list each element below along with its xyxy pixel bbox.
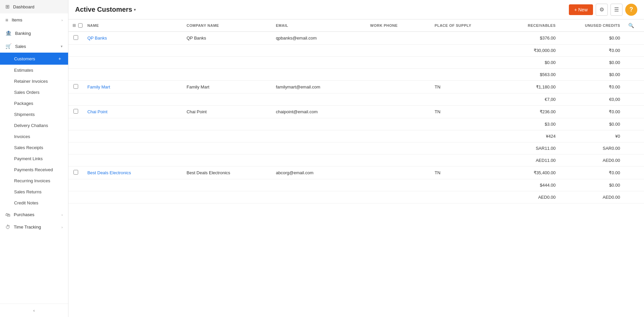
customer-name-link[interactable]: QP Banks bbox=[87, 36, 107, 41]
sidebar-item-banking[interactable]: 🏦 Banking bbox=[0, 26, 68, 40]
empty-cell bbox=[182, 69, 272, 81]
empty-cell bbox=[272, 142, 366, 154]
sidebar-item-payment-links[interactable]: Payment Links bbox=[0, 153, 68, 164]
empty-cell bbox=[68, 57, 83, 69]
row-select-checkbox[interactable] bbox=[73, 109, 78, 114]
credits-sub-cell: ¥0 bbox=[559, 130, 624, 142]
email-cell: qpbanks@email.com bbox=[272, 32, 366, 45]
row-search-cell bbox=[624, 167, 644, 179]
receivables-cell: ₹236.00 bbox=[490, 106, 559, 118]
empty-cell bbox=[431, 118, 490, 130]
sidebar-item-retainer-invoices[interactable]: Retainer Invoices bbox=[0, 76, 68, 87]
new-button[interactable]: + New bbox=[569, 4, 593, 15]
credits-cell: ₹0.00 bbox=[559, 81, 624, 93]
row-search-cell bbox=[624, 142, 644, 154]
sidebar-purchases-section[interactable]: 🛍 Purchases › bbox=[0, 208, 68, 221]
sidebar-item-credit-notes[interactable]: Credit Notes bbox=[0, 197, 68, 208]
row-search-cell bbox=[624, 191, 644, 203]
col-header-phone: WORK PHONE bbox=[366, 19, 431, 32]
empty-cell bbox=[431, 57, 490, 69]
col-header-supply: PLACE OF SUPPLY bbox=[431, 19, 490, 32]
row-select-checkbox[interactable] bbox=[73, 84, 78, 89]
table-row: Chai PointChai Pointchaipoint@email.comT… bbox=[68, 106, 644, 118]
settings-button[interactable]: ⚙ bbox=[596, 4, 608, 16]
customer-table-container: ⊞ NAME COMPANY NAME EMAIL WORK PHONE PLA… bbox=[68, 19, 644, 317]
page-title-area: Active Customers ▾ bbox=[75, 6, 569, 13]
empty-cell bbox=[366, 130, 431, 142]
sales-chevron-icon: ▾ bbox=[61, 44, 63, 49]
sidebar-item-items[interactable]: ≡ Items › bbox=[0, 13, 68, 26]
empty-cell bbox=[182, 154, 272, 167]
empty-cell bbox=[272, 154, 366, 167]
company-cell: Best Deals Electronics bbox=[182, 167, 272, 179]
empty-cell bbox=[431, 93, 490, 106]
empty-cell bbox=[68, 142, 83, 154]
search-icon[interactable]: 🔍 bbox=[628, 23, 634, 28]
empty-cell bbox=[272, 57, 366, 69]
table-row: Family MartFamily Martfamilymart@email.c… bbox=[68, 81, 644, 93]
credits-cell: ₹0.00 bbox=[559, 106, 624, 118]
help-button[interactable]: ? bbox=[625, 4, 637, 16]
sidebar-item-dashboard[interactable]: ⊞ Dashboard bbox=[0, 0, 68, 13]
sidebar-label-items: Items bbox=[12, 17, 22, 22]
supply-cell: TN bbox=[431, 106, 490, 118]
empty-cell bbox=[68, 118, 83, 130]
add-customer-btn[interactable]: + bbox=[57, 56, 63, 62]
table-row: $444.00$0.00 bbox=[68, 179, 644, 191]
sidebar-sales-section[interactable]: 🛒 Sales ▾ bbox=[0, 40, 68, 53]
sidebar-item-sales-receipts[interactable]: Sales Receipts bbox=[0, 142, 68, 153]
empty-cell bbox=[366, 154, 431, 167]
settings-icon: ⚙ bbox=[599, 6, 604, 13]
sidebar-item-shipments[interactable]: Shipments bbox=[0, 109, 68, 120]
credits-sub-cell: ₹0.00 bbox=[559, 45, 624, 57]
timetracking-icon: ⏱ bbox=[5, 224, 10, 230]
sidebar-item-customers[interactable]: Customers + bbox=[0, 53, 68, 65]
empty-cell bbox=[431, 191, 490, 203]
empty-cell bbox=[272, 93, 366, 106]
sidebar-item-delivery-challans[interactable]: Delivery Challans bbox=[0, 120, 68, 131]
table-row: QP BanksQP Banksqpbanks@email.com$376.00… bbox=[68, 32, 644, 45]
row-search-cell bbox=[624, 45, 644, 57]
sidebar-item-payments-received[interactable]: Payments Received bbox=[0, 164, 68, 175]
dashboard-icon: ⊞ bbox=[5, 4, 10, 10]
row-select-checkbox[interactable] bbox=[73, 170, 78, 175]
sidebar-label-delivery-challans: Delivery Challans bbox=[14, 123, 48, 128]
sidebar-label-packages: Packages bbox=[14, 101, 33, 106]
select-all-checkbox[interactable] bbox=[78, 23, 83, 28]
sidebar-item-recurring-invoices[interactable]: Recurring Invoices bbox=[0, 175, 68, 186]
row-search-cell bbox=[624, 130, 644, 142]
empty-cell bbox=[366, 57, 431, 69]
customer-name-link[interactable]: Family Mart bbox=[87, 84, 110, 89]
sidebar-label-sales-returns: Sales Returns bbox=[14, 189, 42, 194]
empty-cell bbox=[366, 118, 431, 130]
customer-name-cell: Family Mart bbox=[83, 81, 182, 93]
menu-button[interactable]: ☰ bbox=[610, 4, 623, 16]
empty-cell bbox=[83, 69, 182, 81]
sidebar-collapse-button[interactable]: ‹ bbox=[0, 304, 68, 317]
credits-sub-cell: SAR0.00 bbox=[559, 142, 624, 154]
sidebar-item-sales-orders[interactable]: Sales Orders bbox=[0, 87, 68, 98]
sidebar-label-retainer-invoices: Retainer Invoices bbox=[14, 79, 48, 84]
sidebar-timetracking-label: Time Tracking bbox=[14, 225, 41, 230]
sidebar-item-packages[interactable]: Packages bbox=[0, 98, 68, 109]
empty-cell bbox=[366, 45, 431, 57]
purchases-chevron-icon: › bbox=[61, 213, 63, 217]
customer-name-link[interactable]: Chai Point bbox=[87, 109, 107, 114]
row-select-checkbox[interactable] bbox=[73, 35, 78, 40]
customer-name-cell: QP Banks bbox=[83, 32, 182, 45]
customer-name-link[interactable]: Best Deals Electronics bbox=[87, 170, 131, 175]
title-dropdown-icon[interactable]: ▾ bbox=[134, 7, 136, 12]
sidebar-item-invoices[interactable]: Invoices bbox=[0, 131, 68, 142]
table-row: $0.00$0.00 bbox=[68, 57, 644, 69]
sidebar-timetracking-section[interactable]: ⏱ Time Tracking › bbox=[0, 221, 68, 233]
receivables-sub-cell: ¥424 bbox=[490, 130, 559, 142]
credits-sub-cell: $0.00 bbox=[559, 179, 624, 191]
receivables-sub-cell: AED0.00 bbox=[490, 191, 559, 203]
sidebar-item-sales-returns[interactable]: Sales Returns bbox=[0, 186, 68, 197]
supply-cell: TN bbox=[431, 81, 490, 93]
sidebar-item-estimates[interactable]: Estimates bbox=[0, 65, 68, 76]
empty-cell bbox=[83, 93, 182, 106]
empty-cell bbox=[182, 57, 272, 69]
phone-cell bbox=[366, 106, 431, 118]
row-search-cell bbox=[624, 179, 644, 191]
